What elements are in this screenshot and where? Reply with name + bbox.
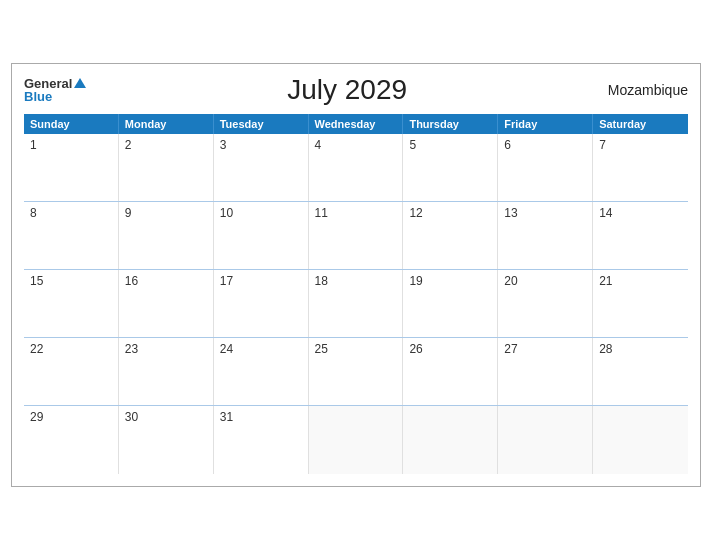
day-11: 11 [309,202,404,269]
day-24: 24 [214,338,309,405]
day-21: 21 [593,270,688,337]
week-row-4: 22 23 24 25 26 27 28 [24,338,688,406]
calendar-header: General Blue July 2029 Mozambique [24,74,688,106]
day-10: 10 [214,202,309,269]
week-row-3: 15 16 17 18 19 20 21 [24,270,688,338]
header-friday: Friday [498,114,593,134]
day-16: 16 [119,270,214,337]
day-23: 23 [119,338,214,405]
calendar: General Blue July 2029 Mozambique Sunday… [11,63,701,487]
day-14: 14 [593,202,688,269]
day-empty-4 [593,406,688,474]
day-13: 13 [498,202,593,269]
day-30: 30 [119,406,214,474]
day-18: 18 [309,270,404,337]
day-27: 27 [498,338,593,405]
week-row-1: 1 2 3 4 5 6 7 [24,134,688,202]
day-31: 31 [214,406,309,474]
day-22: 22 [24,338,119,405]
day-12: 12 [403,202,498,269]
logo: General Blue [24,77,86,103]
calendar-grid: 1 2 3 4 5 6 7 8 9 10 11 12 13 14 15 16 1… [24,134,688,474]
day-15: 15 [24,270,119,337]
day-2: 2 [119,134,214,201]
day-4: 4 [309,134,404,201]
day-17: 17 [214,270,309,337]
day-3: 3 [214,134,309,201]
week-row-2: 8 9 10 11 12 13 14 [24,202,688,270]
day-19: 19 [403,270,498,337]
day-20: 20 [498,270,593,337]
day-26: 26 [403,338,498,405]
logo-triangle-icon [74,78,86,88]
day-5: 5 [403,134,498,201]
day-headers-row: Sunday Monday Tuesday Wednesday Thursday… [24,114,688,134]
day-28: 28 [593,338,688,405]
header-tuesday: Tuesday [214,114,309,134]
header-thursday: Thursday [403,114,498,134]
day-empty-1 [309,406,404,474]
logo-blue-text: Blue [24,90,52,103]
day-9: 9 [119,202,214,269]
header-sunday: Sunday [24,114,119,134]
week-row-5: 29 30 31 [24,406,688,474]
day-8: 8 [24,202,119,269]
day-empty-2 [403,406,498,474]
day-6: 6 [498,134,593,201]
country-label: Mozambique [608,82,688,98]
day-1: 1 [24,134,119,201]
month-title: July 2029 [287,74,407,106]
day-29: 29 [24,406,119,474]
day-7: 7 [593,134,688,201]
header-wednesday: Wednesday [309,114,404,134]
day-25: 25 [309,338,404,405]
header-saturday: Saturday [593,114,688,134]
day-empty-3 [498,406,593,474]
header-monday: Monday [119,114,214,134]
